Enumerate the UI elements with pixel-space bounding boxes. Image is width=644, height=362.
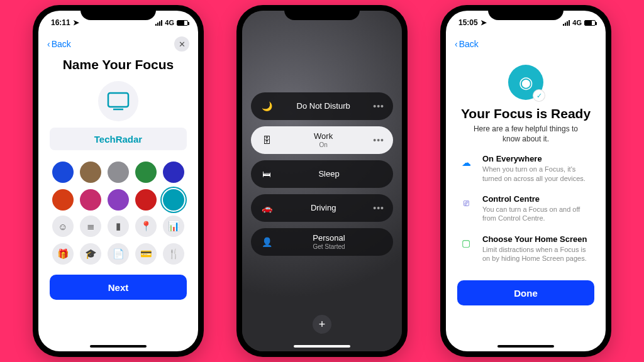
status-network: 4G (572, 19, 582, 26)
home-indicator[interactable] (497, 345, 554, 348)
focus-item-label: PersonalGet Started (274, 234, 384, 250)
color-swatch[interactable] (80, 162, 101, 183)
color-swatch[interactable] (135, 162, 157, 183)
focus-mode-list: 🌙 Do Not Disturb •••🗄 WorkOn •••🛏 Sleep … (251, 92, 393, 256)
icon-option[interactable]: ▮ (108, 216, 129, 237)
battery-icon (177, 20, 188, 26)
icon-option[interactable]: 🍴 (163, 243, 184, 265)
tip-body: When you turn on a Focus, it's turned on… (482, 165, 594, 183)
phone-left: 16:11 ➤ 4G ‹ Back ✕ Name Your Focus Tech… (33, 5, 204, 357)
checkmark-icon: ✓ (533, 90, 545, 101)
focus-item-label: Do Not Disturb (274, 102, 373, 111)
color-swatch[interactable] (52, 162, 74, 183)
next-button[interactable]: Next (50, 275, 187, 300)
status-time: 16:11 (51, 18, 70, 27)
status-time: 15:05 (458, 18, 478, 27)
icon-option[interactable]: 📊 (163, 216, 184, 237)
back-label: Back (52, 39, 71, 49)
focus-item-icon: 🚗 (260, 203, 274, 213)
tip-title: On Everywhere (482, 154, 594, 163)
tip-icon: ☁ (457, 154, 475, 172)
focus-name-value: TechRadar (94, 134, 142, 145)
phone-right: 15:05 ➤ 4G ‹ Back ◉ ✓ Your Focus is Read… (440, 5, 611, 357)
screen-focus-list: 🌙 Do Not Disturb •••🗄 WorkOn •••🛏 Sleep … (242, 11, 402, 351)
color-swatch[interactable] (108, 189, 129, 211)
page-subtitle: Here are a few helpful things to know ab… (465, 124, 587, 144)
color-swatch[interactable] (80, 189, 101, 211)
notch (284, 5, 360, 20)
phone-middle: 🌙 Do Not Disturb •••🗄 WorkOn •••🛏 Sleep … (236, 5, 408, 357)
tips-list: ☁ On Everywhere When you turn on a Focus… (457, 154, 594, 263)
focus-item-label: Driving (274, 204, 373, 212)
nav-bar: ‹ Back ✕ (38, 35, 198, 53)
tip-item: ▢ Choose Your Home Screen Limit distract… (457, 234, 594, 263)
color-picker (50, 162, 187, 211)
cellular-icon (563, 20, 570, 26)
home-indicator[interactable] (90, 345, 147, 348)
color-swatch[interactable] (135, 189, 157, 211)
screen-name-focus: 16:11 ➤ 4G ‹ Back ✕ Name Your Focus Tech… (38, 11, 198, 351)
focus-item-label: Sleep (274, 170, 384, 178)
tip-item: ☁ On Everywhere When you turn on a Focus… (457, 154, 594, 183)
next-label: Next (108, 282, 129, 293)
add-focus-button[interactable]: + (313, 315, 331, 334)
focus-item-icon: 🗄 (260, 135, 274, 145)
back-button[interactable]: ‹ Back (47, 39, 71, 49)
tip-icon: ▢ (457, 234, 475, 252)
focus-mode-item[interactable]: 🛏 Sleep (251, 160, 393, 188)
focus-mode-item[interactable]: 🚗 Driving ••• (251, 194, 393, 222)
page-title: Your Focus is Ready (446, 106, 606, 121)
chevron-left-icon: ‹ (47, 39, 50, 49)
color-swatch[interactable] (108, 162, 129, 183)
more-icon[interactable]: ••• (373, 203, 384, 213)
back-button[interactable]: ‹ Back (455, 39, 479, 49)
cellular-icon (155, 20, 162, 26)
focus-ready-icon: ◉ ✓ (508, 65, 543, 100)
flame-icon: ◉ (519, 73, 533, 92)
icon-option[interactable]: ≣ (80, 216, 101, 237)
color-swatch[interactable] (163, 189, 184, 211)
color-swatch[interactable] (52, 189, 74, 211)
focus-item-icon: 👤 (260, 237, 274, 247)
focus-item-icon: 🛏 (260, 169, 274, 179)
focus-mode-item[interactable]: 🗄 WorkOn ••• (251, 126, 393, 154)
done-label: Done (514, 288, 538, 299)
page-title: Name Your Focus (38, 57, 198, 72)
location-icon: ➤ (73, 18, 79, 27)
status-network: 4G (165, 19, 174, 26)
icon-option[interactable]: 🎁 (52, 243, 74, 265)
battery-icon (584, 20, 596, 26)
screen-focus-ready: 15:05 ➤ 4G ‹ Back ◉ ✓ Your Focus is Read… (446, 11, 606, 351)
focus-item-label: WorkOn (274, 132, 373, 148)
close-button[interactable]: ✕ (174, 36, 189, 52)
notch (488, 5, 564, 20)
focus-mode-item[interactable]: 🌙 Do Not Disturb ••• (251, 92, 393, 120)
color-swatch[interactable] (163, 162, 184, 183)
done-button[interactable]: Done (457, 280, 594, 305)
tip-body: You can turn a Focus on and off from Con… (482, 205, 594, 223)
icon-option[interactable]: ☺ (52, 216, 74, 237)
icon-option[interactable]: 📄 (108, 243, 129, 265)
icon-option[interactable]: 📍 (135, 216, 157, 237)
display-icon (107, 92, 130, 111)
notch (80, 5, 156, 20)
svg-rect-0 (108, 93, 128, 107)
tip-item: ⎚ Control Centre You can turn a Focus on… (457, 194, 594, 223)
icon-picker: ☺≣▮📍📊🎁🎓📄💳🍴 (50, 216, 187, 265)
tip-title: Control Centre (482, 194, 594, 204)
focus-mode-item[interactable]: 👤 PersonalGet Started (251, 228, 393, 256)
focus-name-input[interactable]: TechRadar (50, 128, 187, 150)
icon-option[interactable]: 💳 (135, 243, 157, 265)
icon-option[interactable]: 🎓 (80, 243, 101, 265)
nav-bar: ‹ Back (446, 35, 606, 53)
home-indicator[interactable] (294, 345, 350, 348)
focus-item-icon: 🌙 (260, 101, 274, 111)
chevron-left-icon: ‹ (455, 39, 458, 49)
tip-title: Choose Your Home Screen (482, 234, 594, 244)
more-icon[interactable]: ••• (373, 135, 384, 145)
tip-icon: ⎚ (457, 194, 475, 212)
focus-icon-preview (98, 81, 138, 121)
location-icon: ➤ (480, 18, 487, 27)
more-icon[interactable]: ••• (373, 101, 384, 111)
back-label: Back (459, 39, 479, 49)
